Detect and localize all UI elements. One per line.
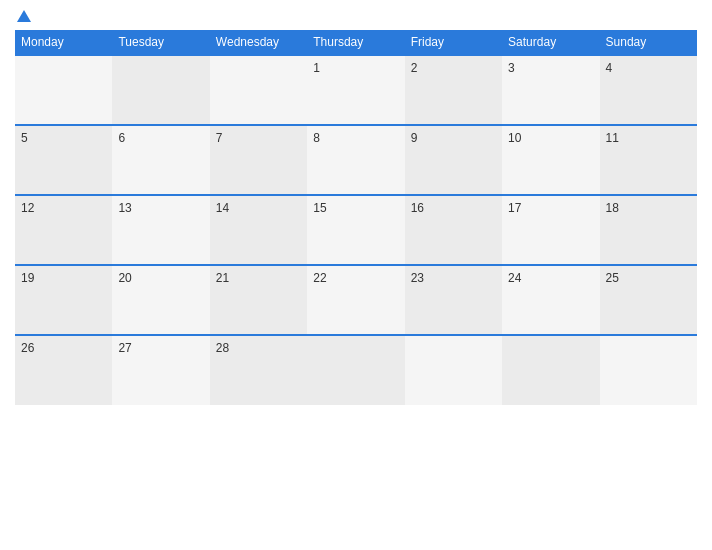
calendar-day-12: 12 — [15, 195, 112, 265]
calendar-day-8: 8 — [307, 125, 404, 195]
day-number: 28 — [216, 341, 229, 355]
day-number: 26 — [21, 341, 34, 355]
weekday-header-friday: Friday — [405, 30, 502, 55]
calendar-table: MondayTuesdayWednesdayThursdayFridaySatu… — [15, 30, 697, 405]
calendar-day-4: 4 — [600, 55, 697, 125]
day-number: 2 — [411, 61, 418, 75]
calendar-day-27: 27 — [112, 335, 209, 405]
day-number: 13 — [118, 201, 131, 215]
day-number: 27 — [118, 341, 131, 355]
calendar-day-19: 19 — [15, 265, 112, 335]
calendar-day-20: 20 — [112, 265, 209, 335]
day-number: 17 — [508, 201, 521, 215]
calendar-day-empty — [112, 55, 209, 125]
day-number: 18 — [606, 201, 619, 215]
day-number: 20 — [118, 271, 131, 285]
calendar-day-6: 6 — [112, 125, 209, 195]
logo-triangle-icon — [17, 10, 31, 22]
day-number: 25 — [606, 271, 619, 285]
calendar-day-5: 5 — [15, 125, 112, 195]
weekday-header-saturday: Saturday — [502, 30, 599, 55]
day-number: 10 — [508, 131, 521, 145]
weekday-header-thursday: Thursday — [307, 30, 404, 55]
day-number: 4 — [606, 61, 613, 75]
calendar-day-empty — [502, 335, 599, 405]
calendar-day-23: 23 — [405, 265, 502, 335]
calendar-day-16: 16 — [405, 195, 502, 265]
day-number: 8 — [313, 131, 320, 145]
day-number: 24 — [508, 271, 521, 285]
calendar-day-3: 3 — [502, 55, 599, 125]
calendar-page: MondayTuesdayWednesdayThursdayFridaySatu… — [0, 0, 712, 550]
calendar-day-9: 9 — [405, 125, 502, 195]
day-number: 16 — [411, 201, 424, 215]
calendar-day-11: 11 — [600, 125, 697, 195]
calendar-week-row: 12131415161718 — [15, 195, 697, 265]
day-number: 1 — [313, 61, 320, 75]
day-number: 5 — [21, 131, 28, 145]
calendar-day-25: 25 — [600, 265, 697, 335]
day-number: 3 — [508, 61, 515, 75]
calendar-day-24: 24 — [502, 265, 599, 335]
day-number: 14 — [216, 201, 229, 215]
logo — [15, 10, 31, 22]
day-number: 19 — [21, 271, 34, 285]
calendar-day-7: 7 — [210, 125, 307, 195]
day-number: 23 — [411, 271, 424, 285]
calendar-day-empty — [600, 335, 697, 405]
calendar-week-row: 19202122232425 — [15, 265, 697, 335]
calendar-day-empty — [405, 335, 502, 405]
day-number: 22 — [313, 271, 326, 285]
day-number: 6 — [118, 131, 125, 145]
calendar-day-1: 1 — [307, 55, 404, 125]
day-number: 12 — [21, 201, 34, 215]
day-number: 21 — [216, 271, 229, 285]
calendar-week-row: 262728 — [15, 335, 697, 405]
calendar-day-13: 13 — [112, 195, 209, 265]
calendar-week-row: 1234 — [15, 55, 697, 125]
weekday-header-monday: Monday — [15, 30, 112, 55]
calendar-day-18: 18 — [600, 195, 697, 265]
calendar-week-row: 567891011 — [15, 125, 697, 195]
weekday-header-tuesday: Tuesday — [112, 30, 209, 55]
calendar-day-empty — [15, 55, 112, 125]
day-number: 7 — [216, 131, 223, 145]
calendar-day-empty — [307, 335, 404, 405]
weekday-header-row: MondayTuesdayWednesdayThursdayFridaySatu… — [15, 30, 697, 55]
calendar-day-10: 10 — [502, 125, 599, 195]
calendar-day-15: 15 — [307, 195, 404, 265]
calendar-day-14: 14 — [210, 195, 307, 265]
calendar-day-empty — [210, 55, 307, 125]
weekday-header-sunday: Sunday — [600, 30, 697, 55]
calendar-day-2: 2 — [405, 55, 502, 125]
day-number: 11 — [606, 131, 619, 145]
calendar-day-21: 21 — [210, 265, 307, 335]
calendar-day-17: 17 — [502, 195, 599, 265]
calendar-day-28: 28 — [210, 335, 307, 405]
day-number: 15 — [313, 201, 326, 215]
calendar-header — [15, 10, 697, 22]
calendar-day-22: 22 — [307, 265, 404, 335]
calendar-day-26: 26 — [15, 335, 112, 405]
weekday-header-wednesday: Wednesday — [210, 30, 307, 55]
day-number: 9 — [411, 131, 418, 145]
